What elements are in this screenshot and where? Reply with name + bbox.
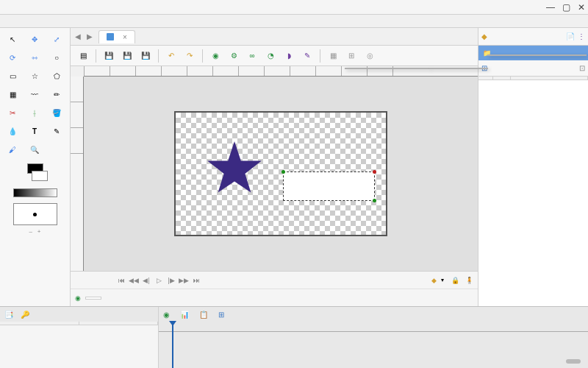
tool-eyedrop[interactable]: 💧 bbox=[3, 123, 22, 139]
minimize-button[interactable]: — bbox=[546, 2, 555, 13]
timeline-ruler[interactable] bbox=[159, 322, 588, 332]
status-indicator-icon[interactable]: ◉ bbox=[75, 294, 81, 302]
tool-star[interactable]: ☆ bbox=[25, 68, 44, 84]
ruler-vertical bbox=[71, 77, 84, 271]
tl-tab-4[interactable]: ⊞ bbox=[218, 311, 224, 319]
tab-close-icon[interactable]: × bbox=[123, 33, 127, 41]
layers-panel: ◆ 📄 ⋮ 📁 ⊞ ⊡ bbox=[478, 28, 588, 306]
tb-render[interactable]: ✎ bbox=[299, 48, 315, 64]
tb-grid[interactable]: ▦ bbox=[325, 48, 341, 64]
gradient-swatch[interactable] bbox=[13, 188, 57, 197]
param-col-value[interactable] bbox=[79, 322, 159, 325]
close-button[interactable]: ✕ bbox=[578, 2, 585, 13]
tool-text[interactable]: T bbox=[25, 123, 44, 139]
tool-width[interactable]: ⟊ bbox=[25, 105, 44, 121]
tl-tab-1[interactable]: ◉ bbox=[163, 311, 170, 319]
tb-snap[interactable]: ⊞ bbox=[343, 48, 359, 64]
tool-rectangle[interactable]: ▭ bbox=[3, 68, 22, 84]
tool-rotate[interactable]: ⟳ bbox=[3, 49, 22, 66]
interpolation-selector[interactable]: ◆ ▾ bbox=[431, 277, 444, 284]
tb-preview[interactable]: ◗ bbox=[281, 48, 297, 64]
canvas-area: ◀ ▶ × ▤ 💾 💾 💾 ↶ ↷ ◉ ⚙ ∞ ◔ ◗ ✎ ▦ bbox=[71, 28, 478, 306]
watermark bbox=[566, 359, 581, 364]
tb-onion[interactable]: ◔ bbox=[262, 48, 279, 64]
col-visibility[interactable] bbox=[478, 77, 493, 79]
tab-next[interactable]: ▶ bbox=[87, 32, 98, 40]
param-col-name[interactable] bbox=[0, 322, 79, 325]
tb-onion2[interactable]: ◎ bbox=[362, 48, 378, 64]
tool-smooth-move[interactable]: ✥ bbox=[25, 31, 44, 47]
tb-layergroup-3[interactable]: ∞ bbox=[244, 48, 260, 64]
svg-marker-0 bbox=[207, 141, 262, 193]
params-table: 📑 🔑 bbox=[0, 307, 159, 368]
star-layer[interactable] bbox=[205, 138, 264, 197]
toolbox: ↖ ✥ ⤢ ⟳ ⇿ ○ ▭ ☆ ⬠ ▦ 〰 ✏ ✂ ⟊ 🪣 💧 T ✎ 🖌 🔍 bbox=[0, 28, 71, 306]
layers-list bbox=[478, 77, 588, 306]
col-icon[interactable] bbox=[493, 77, 511, 79]
tool-brush[interactable]: 🖌 bbox=[3, 141, 22, 158]
background-color[interactable] bbox=[32, 171, 48, 181]
param-tab-1[interactable]: 📑 bbox=[4, 311, 13, 319]
tb-save-all[interactable]: 💾 bbox=[137, 48, 154, 64]
tb-menu[interactable]: ▤ bbox=[75, 48, 91, 64]
col-name[interactable] bbox=[511, 77, 588, 79]
tb-save[interactable]: 💾 bbox=[101, 48, 117, 64]
tool-sketch[interactable]: ✎ bbox=[47, 123, 66, 139]
brush-preview[interactable] bbox=[13, 203, 57, 225]
context-menu-layer-categories bbox=[429, 68, 488, 69]
tool-spline[interactable]: 〰 bbox=[25, 86, 44, 102]
tool-draw[interactable]: ✏ bbox=[47, 86, 66, 102]
tb-redo[interactable]: ↷ bbox=[182, 48, 198, 64]
seek-last-icon[interactable]: ⏭ bbox=[191, 277, 201, 284]
document-tab[interactable]: × bbox=[98, 30, 135, 43]
tool-polygon[interactable]: ⬠ bbox=[47, 68, 66, 84]
tool-transform[interactable]: ↖ bbox=[3, 31, 22, 47]
color-swatches: – + bbox=[3, 163, 67, 244]
tool-scale[interactable]: ⤢ bbox=[47, 31, 66, 47]
tb-layergroup-2[interactable]: ⚙ bbox=[226, 48, 242, 64]
panel-icon-2[interactable]: 📄 bbox=[566, 32, 575, 40]
seek-prev-icon[interactable]: ◀| bbox=[141, 277, 151, 284]
titlebar: — ▢ ✕ bbox=[0, 0, 588, 15]
layers-panel-tab[interactable]: 📁 bbox=[478, 46, 588, 60]
tool-fill[interactable]: 🪣 bbox=[47, 105, 66, 121]
tb-undo[interactable]: ↶ bbox=[163, 48, 179, 64]
timetrack[interactable]: ◉ 📊 📋 ⊞ bbox=[159, 307, 588, 368]
canvas-footer-2: ◉ bbox=[71, 289, 478, 306]
tb-animate[interactable]: 🧍 bbox=[465, 277, 473, 284]
panel-btn-2[interactable]: ⊡ bbox=[579, 64, 585, 72]
canvas[interactable] bbox=[84, 77, 478, 271]
tab-prev[interactable]: ◀ bbox=[75, 32, 87, 40]
tool-circle[interactable]: ○ bbox=[47, 49, 66, 66]
tb-layergroup-1[interactable]: ◉ bbox=[207, 48, 223, 64]
tb-keyframe[interactable]: 🔒 bbox=[451, 277, 459, 284]
seek-first-icon[interactable]: ⏮ bbox=[116, 277, 126, 284]
panel-icon-3[interactable]: ⋮ bbox=[578, 32, 585, 40]
seek-prev-key-icon[interactable]: ◀◀ bbox=[129, 277, 139, 284]
layers-panel-toolbar-2: ⊞ ⊡ bbox=[478, 60, 588, 77]
panel-icon-1[interactable]: ◆ bbox=[481, 32, 487, 40]
document-tabs: ◀ ▶ × bbox=[71, 28, 478, 46]
canvas-page[interactable] bbox=[174, 111, 387, 236]
tl-tab-2[interactable]: 📊 bbox=[180, 311, 189, 319]
tool-mirror[interactable]: ⇿ bbox=[25, 49, 44, 66]
document-icon bbox=[107, 33, 114, 40]
canvas-viewport bbox=[71, 66, 478, 271]
bottom-params-panel: 📑 🔑 ◉ 📊 📋 ⊞ bbox=[0, 306, 588, 368]
current-time[interactable] bbox=[85, 297, 101, 300]
tool-zoom[interactable]: 🔍 bbox=[25, 141, 44, 158]
seek-next-icon[interactable]: |▶ bbox=[166, 277, 176, 284]
playhead[interactable] bbox=[172, 322, 173, 368]
param-tab-2[interactable]: 🔑 bbox=[21, 311, 29, 319]
tl-tab-3[interactable]: 📋 bbox=[199, 311, 208, 319]
size-stepper[interactable]: – + bbox=[29, 228, 41, 235]
menubar bbox=[0, 15, 588, 28]
seek-next-key-icon[interactable]: ▶▶ bbox=[179, 277, 189, 284]
text-box-layer[interactable] bbox=[283, 171, 375, 201]
layers-panel-toolbar: ◆ 📄 ⋮ bbox=[478, 28, 588, 46]
play-icon[interactable]: ▷ bbox=[154, 277, 164, 284]
tb-save-as[interactable]: 💾 bbox=[119, 48, 135, 64]
tool-gradient[interactable]: ▦ bbox=[3, 86, 22, 102]
tool-cutout[interactable]: ✂ bbox=[3, 105, 22, 121]
maximize-button[interactable]: ▢ bbox=[562, 2, 570, 13]
